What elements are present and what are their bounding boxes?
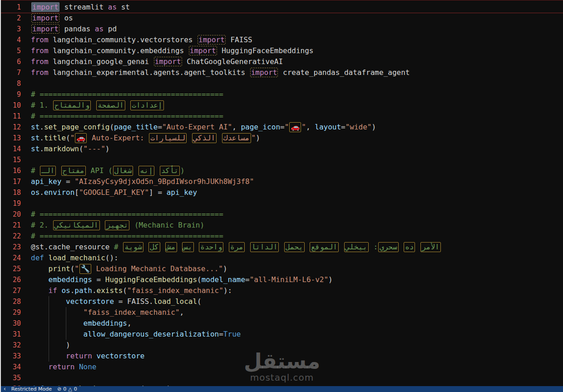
code-line[interactable]: 26 embeddings = HuggingFaceEmbeddings(mo…	[1, 274, 563, 285]
code-token: .	[40, 123, 44, 131]
unicode-highlight-box: يحمل	[284, 242, 305, 252]
code-token: from	[31, 57, 49, 66]
code-token	[57, 286, 62, 295]
code-token: # 1.	[31, 101, 53, 109]
code-line[interactable]: 22# ====================================…	[1, 231, 563, 242]
code-token: "faiss_index_mechanic"	[84, 308, 180, 317]
code-line[interactable]: 12st.set_page_config(page_title="Auto-Ex…	[1, 122, 563, 133]
code-line[interactable]: 31 allow_dangerous_deserialization=True	[1, 329, 563, 340]
code-line[interactable]: 13st.title("🚗 Auto-Expert: للسيارات الذك…	[1, 133, 563, 144]
line-number: 20	[1, 209, 21, 220]
code-token	[144, 243, 148, 251]
line-number: 9	[1, 89, 21, 100]
line-number: 2	[1, 13, 21, 24]
code-token: os	[61, 286, 70, 295]
line-number: 25	[1, 263, 21, 274]
code-token: if	[49, 286, 57, 295]
code-token: (	[109, 123, 114, 131]
code-token: )	[328, 275, 333, 284]
code-editor[interactable]: 1import streamlit as st2import os3import…	[1, 0, 563, 386]
unicode-highlight-box: كل	[148, 242, 160, 252]
code-token: # ======================================…	[31, 90, 223, 99]
code-token: st	[31, 144, 40, 153]
code-token: # ======================================…	[31, 210, 223, 218]
code-token	[44, 253, 49, 262]
code-line[interactable]: 10# 1. والمفتاح الصفحة إعدادات	[1, 100, 563, 111]
line-number: 14	[1, 144, 21, 154]
unicode-highlight-box: واحدة	[199, 242, 223, 252]
code-line[interactable]: 24def load_mechanic():	[1, 253, 563, 263]
code-token: "Auto-Expert AI"	[162, 123, 232, 131]
code-line[interactable]: 15	[1, 154, 563, 165]
code-token: (	[123, 286, 127, 295]
code-token: api_key	[31, 177, 61, 186]
code-line[interactable]: 9# =====================================…	[1, 89, 563, 100]
code-token: api_key	[167, 188, 197, 197]
restricted-mode-badge[interactable]: Restricted Mode	[11, 386, 52, 392]
code-line[interactable]: 30 embeddings,	[1, 318, 563, 329]
code-line[interactable]: 28 vectorstore = FAISS.load_local(	[1, 296, 563, 307]
code-token: "wide"	[346, 123, 372, 131]
code-line[interactable]: 19	[1, 198, 563, 209]
code-line[interactable]: 11# ====================================…	[1, 111, 563, 122]
unicode-highlight-box: مرة	[229, 242, 245, 252]
code-line[interactable]: 21# 2. الميكانيكي تجهيز (Mechanic Brain)	[1, 220, 563, 231]
code-line-content: if os.path.exists("faiss_index_mechanic"…	[21, 285, 232, 296]
line-number: 28	[1, 296, 21, 307]
code-line[interactable]: 14st.markdown("---")	[1, 144, 563, 154]
code-token	[100, 221, 105, 229]
code-line[interactable]: 16# الـ مفتاح API (شغال إنه تأكد)	[1, 165, 563, 176]
line-number: 30	[1, 318, 21, 329]
code-token: )	[31, 341, 70, 349]
code-line[interactable]: 29 "faiss_index_mechanic",	[1, 307, 563, 318]
unicode-highlight-box: الـ	[40, 166, 56, 176]
code-token: st	[31, 123, 40, 131]
code-line[interactable]: 2import os	[1, 13, 563, 24]
code-token: (	[70, 264, 75, 273]
code-line[interactable]: 27 if os.path.exists("faiss_index_mechan…	[1, 285, 563, 296]
code-token: create_pandas_dataframe_agent	[278, 68, 410, 77]
code-line[interactable]: 4from langchain_community.vectorstores i…	[1, 35, 563, 45]
code-line[interactable]: 35	[1, 372, 563, 383]
line-number: 18	[1, 187, 21, 198]
code-line[interactable]: 20# ====================================…	[1, 209, 563, 220]
line-number: 3	[1, 24, 21, 35]
code-line[interactable]: 17api_key = "AIzaSyCsy9djxOd5n_9BpdIWsor…	[1, 176, 563, 187]
line-number: 17	[1, 176, 21, 187]
code-token: FAISS	[226, 35, 252, 44]
code-line[interactable]: 36def get_mechanic_response(query):	[1, 383, 563, 386]
code-line[interactable]: 18os.environ["GOOGLE_API_KEY"] = api_key	[1, 187, 563, 198]
code-token: FAISS.	[127, 297, 153, 306]
code-token: .	[40, 188, 44, 197]
unicode-highlight-box: 🔧	[79, 264, 91, 274]
code-line[interactable]: 7from langchain_experimental.agents.agen…	[1, 67, 563, 78]
code-line[interactable]: 32 )	[1, 340, 563, 351]
code-token	[194, 243, 199, 251]
code-line-content: from langchain_experimental.agents.agent…	[21, 67, 410, 78]
code-line[interactable]: 6from langchain_google_genai import Chat…	[1, 56, 563, 67]
code-line[interactable]: 23@st.cache_resource # شوية كل مش بس واح…	[1, 242, 563, 253]
code-token: =	[341, 123, 346, 131]
code-line[interactable]: 25 print("🔧 Loading Mechanic Database...…	[1, 263, 563, 274]
code-token	[155, 166, 159, 175]
code-token: def	[31, 384, 44, 386]
code-line[interactable]: 1import streamlit as st	[1, 2, 563, 13]
code-line[interactable]: 5from langchain_community.embeddings imp…	[1, 45, 563, 56]
code-line[interactable]: 33 return vectorstore	[1, 351, 563, 362]
line-number: 5	[1, 45, 21, 56]
code-token: "	[285, 123, 289, 131]
code-line[interactable]: 34 return None	[1, 362, 563, 372]
code-line[interactable]: 3import pandas as pd	[1, 24, 563, 35]
code-line[interactable]: 8	[1, 78, 563, 89]
code-token: markdown	[44, 144, 79, 153]
chevron-left-icon[interactable]: ‹	[4, 386, 6, 392]
code-line-content: from langchain_google_genai import ChatG…	[21, 56, 283, 67]
line-number: 27	[1, 285, 21, 296]
problems-indicator[interactable]: ⊘ 0 △ 0	[57, 386, 77, 392]
code-lines: 1import streamlit as st2import os3import…	[1, 2, 563, 386]
code-token: langchain_community.embeddings	[49, 46, 188, 55]
indent-guide	[66, 318, 66, 329]
line-number: 8	[1, 78, 21, 89]
code-line-content: # 1. والمفتاح الصفحة إعدادات	[21, 100, 164, 111]
line-number: 22	[1, 231, 21, 242]
